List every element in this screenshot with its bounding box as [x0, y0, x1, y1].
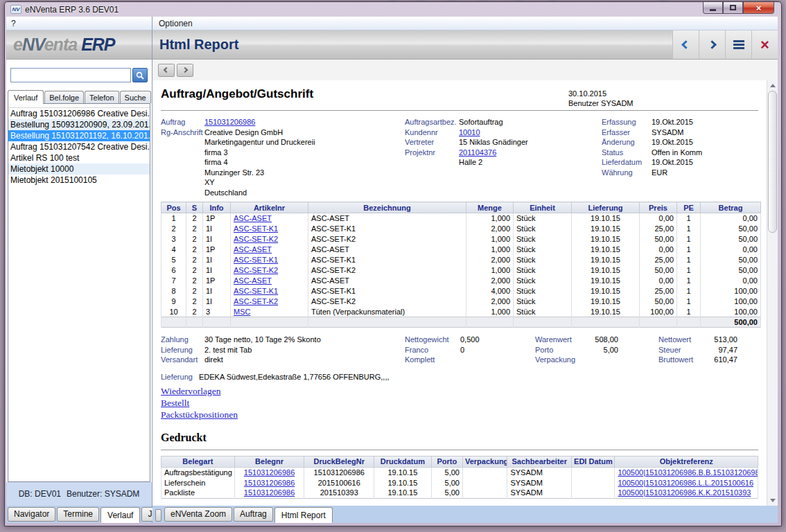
- cell-s: 2: [186, 234, 203, 245]
- column-header: EDI Datum: [572, 456, 615, 467]
- artikelnr-link[interactable]: ASC-SET-K2: [234, 235, 278, 243]
- cell-lieferung: 19.10.15: [572, 286, 640, 296]
- status-user: Benutzer: SYSADM: [67, 489, 139, 499]
- cell-pos: 8: [161, 286, 186, 296]
- window-titlebar[interactable]: NV eNVenta ERP 3.6 DEV01 ×: [5, 2, 781, 17]
- cell-bezeichnung: Tüten (Verpackunsmaterial): [308, 307, 466, 317]
- cell-menge: 2,000: [466, 255, 514, 265]
- artikelnr-link[interactable]: ASC-SET-K2: [234, 266, 278, 274]
- page-forward-button[interactable]: [177, 64, 193, 77]
- left-menubar: ?: [6, 17, 152, 30]
- artikelnr-link[interactable]: ASC-SET-K2: [234, 297, 278, 305]
- scrollbar-thumb[interactable]: [768, 91, 777, 233]
- tab-belfolge[interactable]: Bel.folge: [44, 91, 84, 103]
- cell-druckbelegnr: 151031206986: [304, 467, 374, 477]
- cell-einheit: Stück: [514, 213, 572, 224]
- artikelnr-link[interactable]: MSC: [234, 308, 250, 316]
- cell-objektreferenz: 100500|151031206986.B.B.151031206986: [615, 467, 758, 477]
- history-back-button[interactable]: [672, 30, 699, 59]
- objektreferenz-link[interactable]: 100500|151031206986.K.K.201510393: [618, 488, 751, 497]
- tab-envanta-zoom[interactable]: eNVenta Zoom: [164, 507, 232, 522]
- tab-auftrag[interactable]: Auftrag: [234, 507, 273, 522]
- list-item[interactable]: Bestellung 150931200909, 23.09.201...: [8, 119, 150, 130]
- cell-menge: 1,000: [466, 234, 514, 245]
- kundennr-link[interactable]: 10010: [459, 127, 480, 138]
- cell-pe: 1: [677, 286, 701, 296]
- help-menu[interactable]: ?: [11, 19, 16, 28]
- list-item[interactable]: Artikel RS 100 test: [8, 152, 150, 163]
- artikelnr-link[interactable]: ASC-SET-K1: [234, 224, 278, 233]
- artikelnr-link[interactable]: ASC-ASET: [234, 245, 272, 254]
- cell-info: 1P: [203, 276, 231, 286]
- optionen-menu[interactable]: Optionen: [159, 19, 193, 28]
- tab-termine[interactable]: Termine: [57, 507, 99, 522]
- artikelnr-link[interactable]: ASC-SET-K1: [234, 256, 278, 264]
- packstueckpositionen-link[interactable]: Packstückpositionen: [161, 409, 238, 420]
- history-forward-button[interactable]: [699, 30, 725, 59]
- list-item[interactable]: Mietobjekt 10000: [8, 163, 150, 175]
- minimize-icon: [710, 9, 716, 11]
- objektreferenz-link[interactable]: 100500|151031206986.L.L.2015100616: [618, 479, 753, 487]
- cell-info: 1I: [203, 234, 231, 245]
- cell-preis: 25,00: [640, 255, 677, 265]
- list-item[interactable]: Auftrag 151031206986 Creative Desi...: [8, 108, 150, 119]
- cell-menge: 1,000: [466, 307, 514, 317]
- menu-button[interactable]: [725, 30, 751, 59]
- close-report-button[interactable]: ×: [751, 30, 778, 59]
- cell-artikelnr: ASC-SET-K1: [231, 255, 308, 265]
- cell-menge: 1,000: [466, 245, 514, 255]
- cell-s: 2: [186, 265, 203, 276]
- search-button[interactable]: [132, 68, 148, 82]
- goods-value-group: Warenwert508,00 Porto5,00 Verpackung: [535, 335, 618, 365]
- cell-menge: 2,000: [466, 224, 514, 234]
- wiedervorlagen-link[interactable]: Wiedervorlagen: [161, 385, 220, 397]
- artikelnr-link[interactable]: ASC-ASET: [234, 276, 272, 285]
- belegnr-link[interactable]: 151031206986: [244, 488, 295, 497]
- arrow-up-icon: [770, 84, 776, 87]
- tab-verlauf[interactable]: Verlauf: [8, 90, 44, 104]
- search-input[interactable]: [10, 68, 131, 82]
- auftrag-link[interactable]: 151031206986: [204, 117, 255, 127]
- cell-druckbelegnr: 201510393: [304, 488, 374, 498]
- maximize-button[interactable]: [723, 2, 743, 14]
- bestellt-link[interactable]: Bestellt: [161, 397, 189, 409]
- table-row: 521IASC-SET-K1ASC-SET-K12,000Stück19.10.…: [161, 255, 761, 265]
- list-item[interactable]: Mietobjekt 2015100105: [8, 175, 150, 186]
- scroll-up-button[interactable]: [767, 80, 778, 91]
- cell-artikelnr: ASC-SET-K1: [231, 224, 308, 234]
- projektnr-link[interactable]: 201104376: [459, 148, 496, 158]
- table-row: 721PASC-ASETASC-ASET2,000Stück19.10.150,…: [161, 276, 761, 286]
- tab-html-report[interactable]: Html Report: [274, 507, 333, 523]
- close-icon: ×: [756, 3, 762, 12]
- search-icon: [136, 71, 144, 80]
- artikelnr-link[interactable]: ASC-SET-K1: [234, 287, 278, 295]
- cell-einheit: Stück: [514, 307, 572, 317]
- report-panel: Optionen Html Report × Auftrag/Angebot/G…: [152, 17, 778, 523]
- belegnr-link[interactable]: 151031206986: [244, 468, 295, 477]
- positions-table: PosSInfoArtikelnrBezeichnungMengeEinheit…: [161, 202, 761, 328]
- tab-suche[interactable]: Suche: [120, 91, 151, 103]
- cell-pos: 7: [161, 276, 186, 286]
- cell-lieferung: 19.10.15: [572, 255, 640, 265]
- cell-pe: 1: [677, 255, 701, 265]
- minimize-button[interactable]: [703, 2, 723, 14]
- tab-navigator[interactable]: Navigator: [8, 507, 55, 522]
- column-header: Belegart: [161, 456, 235, 467]
- list-item[interactable]: Auftrag 151031207542 Creative Desi...: [8, 141, 150, 152]
- list-item[interactable]: Bestellung 151031201192, 16.10.201...: [8, 130, 150, 141]
- objektreferenz-link[interactable]: 100500|151031206986.B.B.151031206986: [618, 468, 758, 477]
- tab-verlauf-bottom[interactable]: Verlauf: [101, 507, 140, 523]
- belegnr-link[interactable]: 151031206986: [244, 479, 295, 487]
- cell-betrag: 100,00: [701, 296, 761, 307]
- report-date-block: 30.10.2015 Benutzer SYSADM: [568, 89, 634, 108]
- page-back-button[interactable]: [158, 64, 175, 77]
- column-header: Artikelnr: [231, 202, 308, 213]
- cell-pos: 4: [161, 245, 186, 255]
- auftrag-label: Auftrag: [161, 117, 204, 127]
- tab-telefon[interactable]: Telefon: [85, 91, 119, 103]
- cell-lieferung: 19.10.15: [572, 296, 640, 307]
- artikelnr-link[interactable]: ASC-ASET: [234, 214, 272, 222]
- tab-scroll-stub[interactable]: [155, 509, 161, 522]
- close-button[interactable]: ×: [743, 2, 774, 14]
- report-scrollbar[interactable]: [767, 80, 778, 506]
